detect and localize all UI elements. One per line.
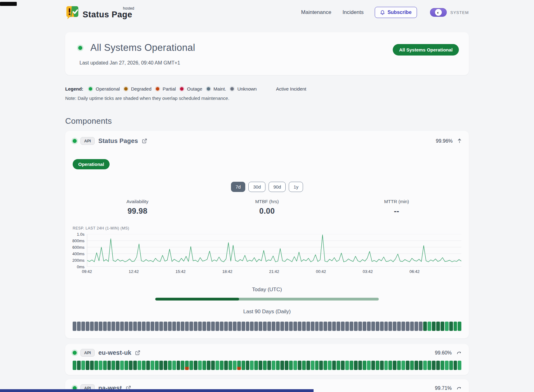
uptime-tick[interactable] [445, 361, 449, 370]
uptime-tick[interactable] [367, 361, 371, 370]
uptime-tick[interactable] [220, 322, 224, 331]
uptime-tick[interactable] [285, 361, 288, 370]
expand-icon[interactable] [457, 386, 461, 390]
uptime-tick[interactable] [177, 361, 180, 370]
uptime-tick[interactable] [401, 361, 405, 370]
uptime-tick[interactable] [406, 361, 410, 370]
uptime-tick[interactable] [306, 361, 310, 370]
uptime-tick[interactable] [376, 322, 379, 331]
uptime-tick[interactable] [177, 322, 180, 331]
uptime-tick[interactable] [142, 361, 146, 370]
uptime-tick[interactable] [103, 322, 107, 331]
uptime-tick[interactable] [371, 361, 375, 370]
uptime-tick[interactable] [90, 322, 94, 331]
uptime-tick[interactable] [211, 322, 215, 331]
uptime-tick[interactable] [111, 361, 115, 370]
uptime-tick[interactable] [276, 361, 280, 370]
uptime-tick[interactable] [410, 361, 414, 370]
uptime-tick[interactable] [289, 361, 293, 370]
uptime-tick[interactable] [155, 322, 159, 331]
uptime-tick[interactable] [432, 322, 436, 331]
uptime-tick[interactable] [428, 361, 431, 370]
uptime-tick[interactable] [289, 322, 293, 331]
uptime-tick[interactable] [250, 361, 254, 370]
uptime-tick[interactable] [151, 361, 154, 370]
uptime-tick[interactable] [445, 322, 449, 331]
uptime-tick[interactable] [267, 322, 271, 331]
uptime-tick[interactable] [90, 361, 94, 370]
uptime-tick[interactable] [363, 361, 366, 370]
uptime-tick[interactable] [324, 322, 327, 331]
uptime-tick[interactable] [337, 361, 340, 370]
uptime-tick[interactable] [363, 322, 366, 331]
uptime-tick[interactable] [202, 361, 206, 370]
uptime-tick[interactable] [86, 361, 89, 370]
uptime-tick[interactable] [242, 322, 245, 331]
uptime-tick[interactable] [168, 361, 172, 370]
uptime-tick[interactable] [432, 361, 436, 370]
uptime-tick[interactable] [298, 361, 301, 370]
uptime-tick[interactable] [220, 361, 224, 370]
uptime-tick[interactable] [120, 361, 124, 370]
uptime-tick[interactable] [259, 361, 262, 370]
uptime-tick[interactable] [254, 322, 258, 331]
uptime-tick[interactable] [388, 361, 392, 370]
uptime-tick[interactable] [441, 361, 444, 370]
uptime-tick[interactable] [350, 361, 353, 370]
uptime-tick[interactable] [436, 361, 440, 370]
uptime-tick[interactable] [151, 322, 154, 331]
uptime-tick[interactable] [246, 322, 250, 331]
uptime-tick[interactable] [233, 361, 237, 370]
uptime-tick[interactable] [319, 322, 323, 331]
uptime-tick[interactable] [172, 361, 176, 370]
uptime-tick[interactable] [302, 361, 306, 370]
uptime-tick[interactable] [94, 322, 98, 331]
uptime-tick[interactable] [116, 361, 120, 370]
uptime-tick[interactable] [397, 322, 401, 331]
uptime-tick[interactable] [414, 361, 418, 370]
uptime-tick[interactable] [384, 361, 388, 370]
uptime-tick[interactable] [306, 322, 310, 331]
uptime-tick[interactable] [181, 322, 184, 331]
uptime-tick[interactable] [401, 322, 405, 331]
uptime-tick[interactable] [272, 361, 275, 370]
uptime-tick[interactable] [185, 322, 189, 331]
uptime-tick[interactable] [406, 322, 410, 331]
uptime-tick[interactable] [129, 361, 133, 370]
uptime-tick[interactable] [73, 322, 76, 331]
uptime-tick[interactable] [272, 322, 275, 331]
uptime-tick[interactable] [358, 361, 362, 370]
uptime-tick[interactable] [319, 361, 323, 370]
uptime-tick[interactable] [410, 322, 414, 331]
subscribe-button[interactable]: Subscribe [375, 7, 417, 18]
uptime-tick[interactable] [194, 322, 197, 331]
uptime-tick[interactable] [350, 322, 353, 331]
uptime-tick[interactable] [189, 361, 193, 370]
uptime-tick[interactable] [168, 322, 172, 331]
uptime-tick[interactable] [371, 322, 375, 331]
uptime-tick[interactable] [250, 322, 254, 331]
uptime-tick[interactable] [332, 322, 336, 331]
uptime-tick[interactable] [198, 322, 202, 331]
uptime-tick[interactable] [202, 322, 206, 331]
uptime-tick[interactable] [181, 361, 184, 370]
uptime-tick[interactable] [211, 361, 215, 370]
uptime-tick[interactable] [454, 322, 457, 331]
uptime-tick[interactable] [120, 322, 124, 331]
uptime-tick[interactable] [423, 322, 427, 331]
uptime-tick[interactable] [215, 361, 219, 370]
uptime-tick[interactable] [449, 361, 453, 370]
uptime-tick[interactable] [367, 322, 371, 331]
uptime-tick[interactable] [293, 361, 297, 370]
uptime-tick[interactable] [419, 322, 423, 331]
uptime-tick[interactable] [77, 361, 81, 370]
uptime-tick[interactable] [328, 322, 332, 331]
uptime-tick[interactable] [237, 361, 241, 370]
uptime-tick[interactable] [107, 361, 111, 370]
uptime-tick[interactable] [376, 361, 379, 370]
uptime-tick[interactable] [172, 322, 176, 331]
uptime-tick[interactable] [423, 361, 427, 370]
range-button-7d[interactable]: 7d [231, 182, 246, 192]
uptime-tick[interactable] [73, 361, 76, 370]
uptime-tick[interactable] [263, 361, 267, 370]
